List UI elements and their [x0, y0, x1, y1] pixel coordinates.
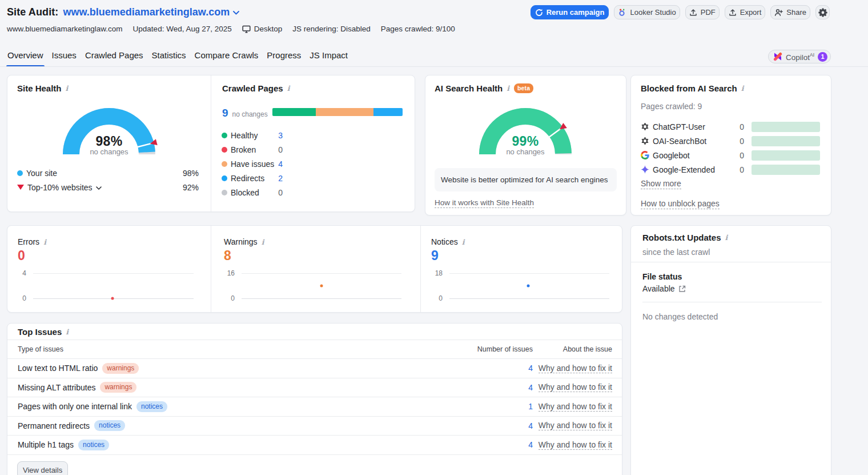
why-how-to-fix-link[interactable]: Why and how to fix it: [539, 421, 612, 430]
tab-crawled-pages[interactable]: Crawled Pages: [85, 50, 143, 67]
external-link-icon[interactable]: [678, 285, 686, 293]
copilot-label: CopilotAI: [786, 52, 814, 62]
ai-search-health-card: AI Search Health i beta 99% no changes W…: [425, 75, 626, 215]
healthy-count[interactable]: 3: [271, 128, 283, 142]
issue-row-multiple-h1-tags: Multiple h1 tags notices 4 Why and how t…: [7, 436, 622, 455]
why-how-to-fix-link[interactable]: Why and how to fix it: [539, 382, 612, 392]
info-icon[interactable]: i: [66, 328, 69, 336]
chevron-down-icon: [233, 11, 239, 15]
share-button[interactable]: Share: [770, 5, 810, 19]
bot-row-chatgpt-user: ChatGPT-User 0: [641, 119, 820, 134]
info-icon[interactable]: i: [287, 84, 290, 93]
chevron-down-icon[interactable]: [96, 186, 102, 190]
upload-icon: [729, 9, 737, 17]
broken-dot: [222, 147, 227, 153]
issue-count-link[interactable]: 4: [528, 364, 533, 373]
card-title-text: Site Health: [17, 83, 62, 93]
copilot-badge: 1: [818, 52, 827, 62]
trend-dot: [320, 285, 323, 288]
notices-badge: notices: [78, 440, 109, 450]
copilot-label-text: Copilot: [786, 53, 810, 61]
issue-row-low-text-html-ratio: Low text to HTML ratio warnings 4 Why an…: [7, 359, 622, 378]
rerun-campaign-button[interactable]: Rerun campaign: [531, 5, 609, 19]
legend-top10-websites: Top-10% websites 92%: [17, 180, 199, 194]
copilot-button[interactable]: CopilotAI 1: [768, 50, 831, 63]
ai-optimization-note: Website is better optimized for AI searc…: [435, 168, 617, 191]
warnings-badge: warnings: [100, 382, 136, 393]
bot-row-googlebot: Googlebot 0: [641, 148, 820, 162]
domain-name: www.bluemediamarketinglaw.com: [63, 6, 230, 18]
looker-studio-button[interactable]: Looker Studio: [614, 5, 680, 19]
info-icon[interactable]: i: [507, 84, 509, 93]
robots-txt-card: Robots.txt Updates i since the last craw…: [630, 225, 831, 475]
issue-row-missing-alt-attributes: Missing ALT attributes warnings 4 Why an…: [7, 378, 622, 398]
how-it-works-link[interactable]: How it works with Site Health: [435, 198, 534, 208]
issue-count-link[interactable]: 1: [528, 402, 533, 411]
crawled-pages-total: 9 no changes: [222, 107, 268, 119]
site-health-gauge: 98% no changes: [59, 104, 159, 159]
issue-name-text: Low text to HTML ratio: [18, 364, 98, 373]
issue-name: Permanent redirects notices: [7, 420, 125, 431]
warnings-count[interactable]: 8: [224, 248, 231, 264]
issue-count-link[interactable]: 4: [528, 440, 533, 449]
info-icon[interactable]: i: [66, 84, 69, 93]
robots-txt-empty-state: No changes detected: [642, 312, 718, 321]
have-issues-label: Have issues: [231, 159, 274, 169]
rerun-campaign-label: Rerun campaign: [546, 8, 605, 17]
view-details-button[interactable]: View details: [17, 461, 68, 475]
openai-icon: [641, 137, 649, 145]
warnings-badge: warnings: [102, 363, 139, 374]
issue-count-link[interactable]: 4: [528, 421, 533, 430]
bot-name: Googlebot: [653, 151, 690, 160]
info-icon[interactable]: i: [725, 233, 728, 242]
tab-issues[interactable]: Issues: [52, 50, 77, 67]
redirects-count[interactable]: 2: [271, 171, 283, 185]
tab-overview[interactable]: Overview: [7, 50, 43, 67]
pdf-label: PDF: [701, 8, 716, 17]
info-icon[interactable]: i: [43, 238, 46, 246]
info-icon[interactable]: i: [741, 84, 744, 93]
have-issues-count[interactable]: 4: [271, 157, 283, 171]
healthy-label: Healthy: [231, 131, 258, 140]
top10-label: Top-10% websites: [27, 183, 93, 192]
meta-url: www.bluemediamarketinglaw.com: [7, 25, 123, 33]
broken-count: 0: [271, 142, 283, 157]
card-title-text: Top Issues: [18, 327, 62, 337]
gridline-top: [33, 273, 194, 274]
notices-badge: notices: [136, 401, 167, 412]
crawled-pages-count[interactable]: 9: [222, 107, 228, 119]
ai-search-health-value: 99%: [475, 134, 576, 149]
show-more-link[interactable]: Show more: [641, 179, 681, 189]
domain-selector[interactable]: www.bluemediamarketinglaw.com: [63, 6, 239, 18]
bot-blocked-count: 0: [740, 122, 744, 131]
issue-row-permanent-redirects: Permanent redirects notices 4 Why and ho…: [7, 417, 622, 436]
issue-count-link[interactable]: 4: [528, 383, 533, 392]
warnings-header: Warnings i: [224, 237, 264, 246]
site-health-section: Site Health i 98% no changes Your site 9…: [7, 75, 211, 211]
info-icon[interactable]: i: [462, 238, 465, 246]
crawled-pages-bar: [272, 108, 403, 116]
bot-bar: [752, 165, 820, 175]
settings-button[interactable]: [815, 5, 830, 19]
errors-count[interactable]: 0: [18, 248, 25, 264]
your-site-dot: [17, 170, 23, 176]
notices-count[interactable]: 9: [431, 248, 439, 264]
page-title: Site Audit:: [7, 6, 58, 18]
info-icon[interactable]: i: [262, 238, 264, 246]
why-how-to-fix-link[interactable]: Why and how to fix it: [539, 440, 612, 450]
trend-dot: [527, 285, 530, 288]
export-button[interactable]: Export: [725, 5, 766, 19]
blocked-label: Blocked: [231, 188, 259, 197]
tab-progress[interactable]: Progress: [267, 50, 301, 67]
tab-statistics[interactable]: Statistics: [152, 50, 186, 67]
how-to-unblock-link[interactable]: How to unblock pages: [641, 199, 720, 209]
issue-name: Low text to HTML ratio warnings: [7, 363, 139, 374]
warnings-label: Warnings: [224, 237, 258, 246]
your-site-label: Your site: [26, 169, 57, 178]
meta-updated: Updated: Wed, Aug 27, 2025: [133, 25, 232, 33]
why-how-to-fix-link[interactable]: Why and how to fix it: [539, 402, 612, 412]
tab-js-impact[interactable]: JS Impact: [310, 50, 348, 67]
pdf-button[interactable]: PDF: [685, 5, 720, 19]
why-how-to-fix-link[interactable]: Why and how to fix it: [539, 364, 612, 373]
tab-compare-crawls[interactable]: Compare Crawls: [195, 50, 259, 67]
